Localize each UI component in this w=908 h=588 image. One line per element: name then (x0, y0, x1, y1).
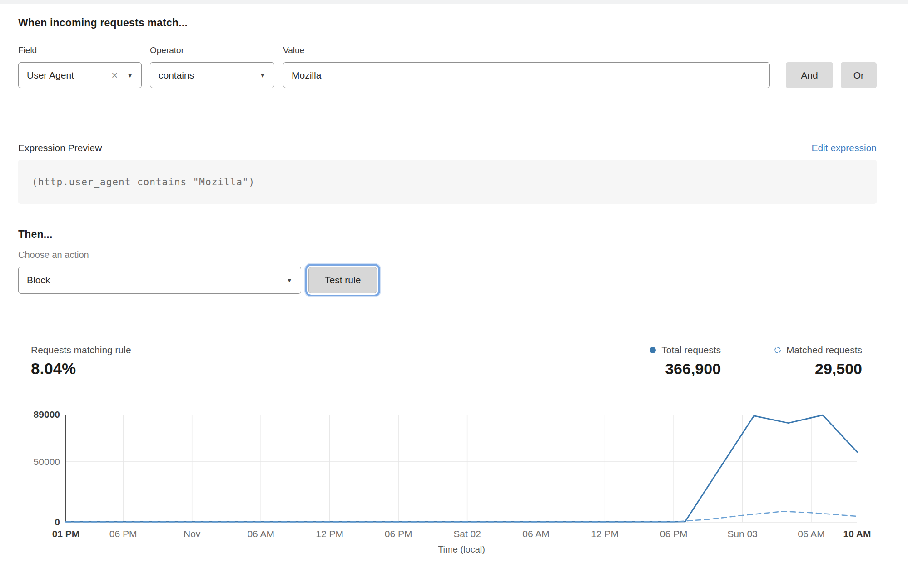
svg-text:0: 0 (55, 517, 60, 527)
chart-legend: Total requests 366,900 Matched requests … (650, 345, 877, 378)
expression-preview-label: Expression Preview (18, 143, 102, 153)
action-row: Block ▼ Test rule (18, 267, 877, 294)
value-label: Value (283, 45, 770, 55)
matched-requests-legend: Matched requests (774, 345, 862, 356)
expression-code: (http.user_agent contains "Mozilla") (32, 177, 255, 188)
field-select[interactable]: User Agent × ▼ (18, 62, 142, 88)
total-requests-stat: Total requests 366,900 (650, 345, 721, 378)
field-select-icons: × ▼ (111, 70, 133, 81)
or-button[interactable]: Or (841, 62, 877, 88)
value-column: Value (283, 45, 770, 88)
action-select-value: Block (27, 275, 50, 286)
operator-select[interactable]: contains ▼ (150, 62, 274, 88)
action-select[interactable]: Block ▼ (18, 267, 301, 294)
chevron-down-icon[interactable]: ▼ (259, 72, 266, 79)
svg-text:89000: 89000 (34, 409, 60, 420)
matched-requests-stat: Matched requests 29,500 (774, 345, 862, 378)
requests-chart: 0500008900001 PM06 PMNov06 AM12 PM06 PMS… (18, 404, 877, 558)
matched-requests-value: 29,500 (815, 360, 862, 378)
svg-text:Time (local): Time (local) (438, 544, 485, 554)
test-rule-button[interactable]: Test rule (308, 267, 377, 293)
svg-text:10 AM: 10 AM (843, 529, 871, 539)
svg-text:06 AM: 06 AM (522, 529, 550, 539)
and-button[interactable]: And (786, 62, 833, 88)
choose-action-label: Choose an action (18, 250, 877, 260)
clear-icon[interactable]: × (111, 70, 118, 81)
requests-matching-label: Requests matching rule (31, 345, 131, 356)
svg-text:50000: 50000 (34, 456, 60, 467)
stats-row: Requests matching rule 8.04% Total reque… (18, 345, 877, 378)
field-select-value: User Agent (27, 70, 74, 81)
total-requests-legend: Total requests (650, 345, 721, 356)
edit-expression-link[interactable]: Edit expression (811, 143, 877, 153)
expression-header: Expression Preview Edit expression (18, 143, 877, 153)
operator-select-value: contains (159, 70, 194, 81)
condition-row: Field User Agent × ▼ Operator contains ▼… (18, 45, 877, 88)
field-column: Field User Agent × ▼ (18, 45, 142, 88)
svg-text:06 AM: 06 AM (798, 529, 825, 539)
expression-preview-box: (http.user_agent contains "Mozilla") (18, 160, 877, 204)
page-top-strip (0, 0, 908, 4)
requests-matching-stat: Requests matching rule 8.04% (31, 345, 131, 378)
value-input[interactable] (283, 62, 770, 88)
total-requests-value: 366,900 (665, 360, 721, 378)
match-section-title: When incoming requests match... (18, 17, 877, 29)
svg-text:06 PM: 06 PM (660, 529, 688, 539)
matched-requests-label: Matched requests (786, 345, 862, 356)
matched-requests-circle-icon (774, 347, 781, 353)
svg-text:06 AM: 06 AM (247, 529, 274, 539)
chevron-down-icon[interactable]: ▼ (286, 277, 293, 283)
svg-text:12 PM: 12 PM (316, 529, 343, 539)
svg-text:06 PM: 06 PM (109, 529, 137, 539)
operator-label: Operator (150, 45, 274, 55)
svg-text:Sun 03: Sun 03 (727, 529, 758, 539)
svg-text:Sat 02: Sat 02 (453, 529, 481, 539)
chart-area: 0500008900001 PM06 PMNov06 AM12 PM06 PMS… (18, 404, 877, 560)
total-requests-dot-icon (650, 347, 656, 353)
field-label: Field (18, 45, 142, 55)
then-section-title: Then... (18, 228, 877, 241)
and-or-buttons: And Or (786, 62, 877, 88)
chevron-down-icon[interactable]: ▼ (127, 72, 133, 79)
svg-text:12 PM: 12 PM (591, 529, 619, 539)
svg-text:01 PM: 01 PM (52, 529, 80, 539)
total-requests-label: Total requests (661, 345, 721, 356)
svg-text:06 PM: 06 PM (385, 529, 412, 539)
requests-matching-value: 8.04% (31, 360, 131, 378)
svg-text:Nov: Nov (184, 529, 201, 539)
firewall-rule-editor: When incoming requests match... Field Us… (0, 17, 908, 560)
operator-column: Operator contains ▼ (150, 45, 274, 88)
